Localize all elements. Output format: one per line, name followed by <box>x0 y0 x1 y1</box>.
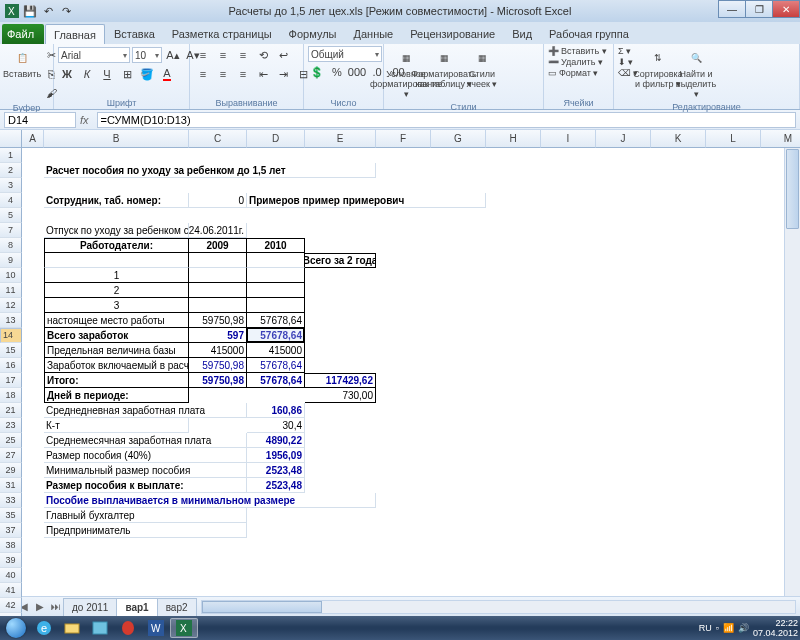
cell[interactable]: 2523,48 <box>247 478 305 493</box>
worksheet[interactable]: ABCDEFGHIJKLM 12345789101112131415161718… <box>0 130 800 596</box>
cell[interactable]: Среднемесячная заработная плата <box>44 433 247 448</box>
cell[interactable]: 2009 <box>189 238 247 253</box>
row-header[interactable]: 4 <box>0 193 22 208</box>
sheet-tab[interactable]: до 2011 <box>63 598 117 616</box>
tab-home[interactable]: Главная <box>45 24 105 44</box>
sheet-tab[interactable]: вар2 <box>157 598 197 616</box>
font-size-select[interactable]: 10▾ <box>132 47 162 63</box>
cell[interactable]: Дней в периоде: <box>44 388 189 403</box>
col-header[interactable]: H <box>486 130 541 148</box>
col-header[interactable]: K <box>651 130 706 148</box>
formula-input[interactable]: =СУММ(D10:D13) <box>97 112 796 128</box>
taskbar-word-icon[interactable]: W <box>142 618 170 638</box>
tab-insert[interactable]: Вставка <box>106 24 163 44</box>
row-header[interactable]: 18 <box>0 388 22 403</box>
tray-lang[interactable]: RU <box>699 623 712 633</box>
select-all-corner[interactable] <box>0 130 22 148</box>
tab-data[interactable]: Данные <box>345 24 401 44</box>
minimize-button[interactable]: — <box>718 0 746 18</box>
cell[interactable]: 2 <box>44 283 189 298</box>
horizontal-scrollbar[interactable] <box>201 600 796 614</box>
font-color-button[interactable]: A <box>158 65 176 83</box>
col-header[interactable]: G <box>431 130 486 148</box>
cell[interactable]: 24.06.2011г. <box>189 223 247 238</box>
cell[interactable] <box>247 298 305 313</box>
autosum-button[interactable]: Σ▾ <box>618 46 638 56</box>
col-header[interactable]: M <box>761 130 800 148</box>
cell[interactable]: 160,86 <box>247 403 305 418</box>
paste-button[interactable]: 📋Вставить <box>4 46 40 81</box>
row-header[interactable]: 7 <box>0 223 22 238</box>
dedent-icon[interactable]: ⇤ <box>254 65 272 83</box>
cell-styles-button[interactable]: ▦Стили ячеек ▾ <box>464 46 500 91</box>
tray-flag-icon[interactable]: ▫ <box>716 623 719 633</box>
percent-icon[interactable]: % <box>328 63 346 81</box>
cell[interactable]: 59750,98 <box>189 373 247 388</box>
cell[interactable]: Примеров пример примерович <box>247 193 486 208</box>
cell[interactable] <box>247 268 305 283</box>
orient-icon[interactable]: ⟲ <box>254 46 272 64</box>
tab-layout[interactable]: Разметка страницы <box>164 24 280 44</box>
align-right-icon[interactable]: ≡ <box>234 65 252 83</box>
row-header[interactable]: 8 <box>0 238 22 253</box>
cell[interactable]: 57678,64 <box>247 313 305 328</box>
row-header[interactable]: 10 <box>0 268 22 283</box>
cell[interactable]: Среднедневная заработная плата <box>44 403 247 418</box>
cell[interactable]: Работодатели: <box>44 238 189 253</box>
indent-icon[interactable]: ⇥ <box>274 65 292 83</box>
cell[interactable]: 57678,64 <box>247 358 305 373</box>
cell[interactable]: Пособие выплачивается в минимальном разм… <box>44 493 376 508</box>
cell[interactable]: 0 <box>189 193 247 208</box>
cell[interactable]: 415000 <box>247 343 305 358</box>
col-header[interactable]: I <box>541 130 596 148</box>
col-header[interactable]: L <box>706 130 761 148</box>
cell[interactable]: 59750,98 <box>189 313 247 328</box>
taskbar-ie-icon[interactable]: e <box>30 618 58 638</box>
fill-color-button[interactable]: 🪣 <box>138 65 156 83</box>
cell[interactable]: 415000 <box>189 343 247 358</box>
row-header[interactable]: 31 <box>0 478 22 493</box>
cell[interactable]: 59750,98 <box>189 358 247 373</box>
insert-cells-button[interactable]: ➕Вставить ▾ <box>548 46 607 56</box>
row-header[interactable]: 9 <box>0 253 22 268</box>
cell[interactable]: Итого: <box>44 373 189 388</box>
name-box[interactable]: D14 <box>4 112 76 128</box>
vertical-scrollbar[interactable] <box>784 148 800 596</box>
cell[interactable]: 2523,48 <box>247 463 305 478</box>
italic-button[interactable]: К <box>78 65 96 83</box>
cell[interactable]: 57678,64 <box>247 373 305 388</box>
col-header[interactable]: C <box>189 130 247 148</box>
redo-icon[interactable]: ↷ <box>58 3 74 19</box>
row-header[interactable]: 2 <box>0 163 22 178</box>
cell[interactable] <box>189 298 247 313</box>
col-header[interactable]: J <box>596 130 651 148</box>
cell[interactable]: 1 <box>44 268 189 283</box>
cell[interactable]: 117429,62 <box>305 373 376 388</box>
row-header[interactable]: 37 <box>0 523 22 538</box>
grow-font-icon[interactable]: A▴ <box>164 46 182 64</box>
row-header[interactable]: 5 <box>0 208 22 223</box>
col-header[interactable]: D <box>247 130 305 148</box>
save-icon[interactable]: 💾 <box>22 3 38 19</box>
cell[interactable]: Отпуск по уходу за ребенком с <box>44 223 189 238</box>
row-header[interactable]: 23 <box>0 418 22 433</box>
underline-button[interactable]: Ч <box>98 65 116 83</box>
border-button[interactable]: ⊞ <box>118 65 136 83</box>
cell[interactable]: Сотрудник, таб. номер: <box>44 193 189 208</box>
tab-nav-last[interactable]: ⏭ <box>48 601 64 612</box>
currency-icon[interactable]: 💲 <box>308 63 326 81</box>
file-tab[interactable]: Файл <box>2 24 44 44</box>
start-button[interactable] <box>2 617 30 639</box>
cell[interactable]: Предельная величина базы <box>44 343 189 358</box>
row-header[interactable]: 16 <box>0 358 22 373</box>
cell[interactable]: Минимальный размер пособия <box>44 463 247 478</box>
align-top-icon[interactable]: ≡ <box>194 46 212 64</box>
cell[interactable] <box>189 268 247 283</box>
align-bot-icon[interactable]: ≡ <box>234 46 252 64</box>
close-button[interactable]: ✕ <box>772 0 800 18</box>
fx-icon[interactable]: fx <box>76 114 93 126</box>
cell[interactable]: 597 <box>189 328 247 343</box>
cell[interactable]: К-т <box>44 418 189 433</box>
col-header[interactable]: F <box>376 130 431 148</box>
taskbar-opera-icon[interactable] <box>114 618 142 638</box>
